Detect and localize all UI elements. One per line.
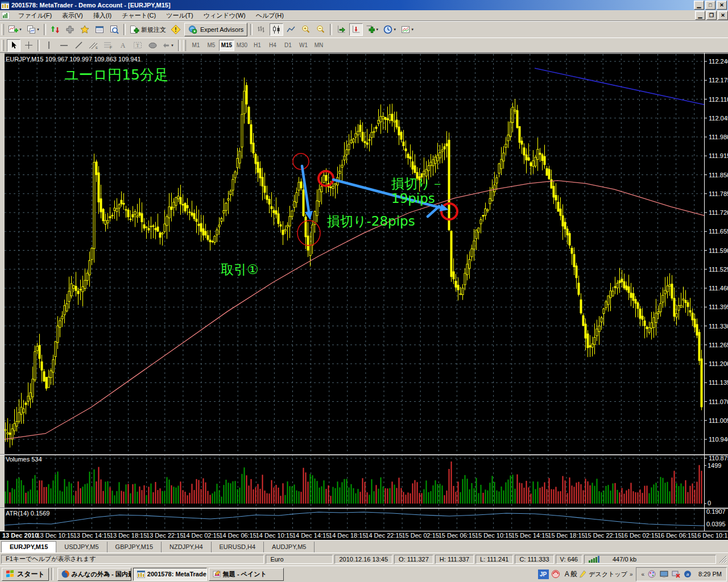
period-m5-button[interactable]: M5 (204, 40, 219, 51)
vertical-line-button[interactable] (42, 39, 56, 52)
new-chart-button[interactable]: ▼ (7, 23, 24, 36)
toolbar-grip[interactable] (183, 40, 186, 51)
svg-text:14 Dec 06:15: 14 Dec 06:15 (219, 532, 256, 539)
periods-button[interactable]: ▼ (382, 23, 398, 36)
zoom-in-button[interactable] (299, 23, 313, 36)
ime-mode-indicator[interactable]: A 般 (565, 569, 578, 579)
mdi-minimize-button[interactable]: ▁ (695, 11, 705, 20)
tray-disconnected-icon[interactable] (672, 570, 680, 578)
svg-text:A: A (121, 41, 126, 49)
tester-button[interactable] (107, 23, 121, 36)
tray-app-icon[interactable] (551, 569, 560, 579)
chart-shift-button[interactable] (349, 23, 363, 36)
resize-grip[interactable] (719, 555, 727, 563)
maximize-button[interactable]: □ (705, 1, 715, 10)
menu-view[interactable]: 表示(V) (57, 10, 88, 21)
templates-button[interactable]: ▼ (399, 23, 416, 36)
menu-help[interactable]: ヘルプ(H) (251, 10, 289, 21)
menu-window[interactable]: ウィンドウ(W) (198, 10, 251, 21)
chevron-left-icon[interactable]: « (641, 571, 644, 577)
svg-text:0: 0 (708, 500, 711, 506)
pen-icon[interactable] (580, 570, 586, 578)
candlestick-button[interactable] (270, 23, 283, 36)
chevron-right-icon[interactable]: » (630, 571, 633, 577)
chart-tabs-bar: EURJPY,M15 USDJPY,M5 GBPJPY,M15 NZDJPY,H… (0, 540, 728, 552)
svg-text:0.0395: 0.0395 (706, 521, 726, 527)
profiles-button[interactable]: ▼ (25, 23, 42, 36)
period-w1-button[interactable]: W1 (296, 40, 311, 51)
data-window-button[interactable] (63, 23, 77, 36)
svg-text:15 Dec 22:15: 15 Dec 22:15 (584, 532, 621, 539)
horizontal-line-button[interactable] (57, 39, 71, 52)
task-metatrader[interactable]: 2001578: MetaTrade... (133, 568, 207, 581)
minimize-button[interactable]: ▁ (694, 1, 704, 10)
svg-text:110.940: 110.940 (709, 436, 728, 443)
crosshair-button[interactable] (22, 39, 35, 52)
status-connection-panel: 447/0 kb (584, 555, 716, 564)
paint-icon (213, 570, 221, 578)
period-d1-button[interactable]: D1 (280, 40, 296, 51)
price-chart[interactable]: 112.240112.175112.110112.045111.980111.9… (0, 53, 728, 540)
mdi-restore-button[interactable]: ❐ (706, 11, 717, 20)
channel-button[interactable]: E (86, 39, 100, 52)
zoom-out-button[interactable] (314, 23, 328, 36)
expert-advisors-button[interactable]: Expert Advisors (184, 23, 247, 36)
terminal-button[interactable] (93, 23, 106, 36)
ime-jp-icon[interactable]: JP (538, 569, 549, 579)
svg-text:15 Dec 10:15: 15 Dec 10:15 (475, 532, 512, 539)
cursor-button[interactable] (7, 39, 20, 52)
period-h1-button[interactable]: H1 (250, 40, 265, 51)
chart-tab-nzdjpy-h4[interactable]: NZDJPY,H4 (162, 542, 211, 552)
bar-chart-button[interactable] (255, 23, 268, 36)
toolbar-grip[interactable] (1, 24, 4, 35)
auto-scroll-button[interactable] (334, 23, 348, 36)
shapes-button[interactable]: ▼ (160, 39, 176, 52)
chart-area[interactable]: 112.240112.175112.110112.045111.980111.9… (0, 53, 728, 540)
svg-text:F: F (110, 45, 112, 49)
chart-tab-usdjpy-m5[interactable]: USDJPY,M5 (56, 542, 107, 552)
task-firefox[interactable]: みんなの外為 - 国内最.. (57, 568, 131, 581)
new-order-button[interactable]: 新規注文 (128, 23, 168, 36)
svg-text:111.590: 111.590 (709, 247, 728, 254)
tray-palette-icon[interactable] (648, 570, 656, 578)
navigator-button[interactable] (78, 23, 92, 36)
ellipse-button[interactable] (146, 39, 159, 52)
period-mn-button[interactable]: MN (311, 40, 326, 51)
chart-tab-eurusd-h4[interactable]: EURUSD,H4 (212, 542, 264, 552)
close-button[interactable]: ✕ (717, 1, 727, 10)
svg-text:13 Dec 10:15: 13 Dec 10:15 (36, 532, 73, 539)
menu-insert[interactable]: 挿入(I) (88, 10, 117, 21)
svg-text:15 Dec 02:15: 15 Dec 02:15 (402, 532, 439, 539)
desktop-toolbar-label[interactable]: デスクトップ (589, 570, 627, 579)
menu-tools[interactable]: ツール(T) (161, 10, 198, 21)
menu-chart[interactable]: チャート(C) (117, 10, 161, 21)
tray-display-icon[interactable] (660, 571, 668, 578)
menu-file[interactable]: ファイル(F) (13, 10, 57, 21)
text-button[interactable]: A (116, 39, 130, 52)
label-button[interactable]: T (131, 39, 144, 52)
fibonacci-button[interactable]: F (101, 39, 115, 52)
chart-tab-gbpjpy-m15[interactable]: GBPJPY,M15 (107, 542, 162, 552)
market-watch-button[interactable] (48, 23, 62, 36)
toolbar-grip[interactable] (1, 40, 4, 51)
period-m30-button[interactable]: M30 (234, 40, 250, 51)
period-h4-button[interactable]: H4 (265, 40, 280, 51)
task-paint[interactable]: 無題 - ペイント (209, 568, 284, 581)
svg-text:111.980: 111.980 (709, 134, 728, 140)
tray-update-icon[interactable]: a (684, 570, 692, 578)
start-icon (6, 570, 15, 578)
svg-text:14 Dec 18:15: 14 Dec 18:15 (329, 532, 366, 539)
period-m15-button[interactable]: M15 (219, 40, 234, 51)
chart-tab-audjpy-m5[interactable]: AUDJPY,M5 (264, 542, 315, 552)
taskbar-clock[interactable]: 8:29 PM (698, 571, 722, 577)
mdi-close-button[interactable]: ✕ (718, 11, 728, 20)
expert-advisors-label: Expert Advisors (200, 26, 243, 33)
start-button[interactable]: スタート (2, 568, 49, 581)
metaeditor-button[interactable]: ! (169, 23, 183, 36)
trendline-button[interactable] (72, 39, 85, 52)
line-chart-button[interactable] (284, 23, 298, 36)
chart-tab-eurjpy-m15[interactable]: EURJPY,M15 (1, 541, 56, 552)
period-m1-button[interactable]: M1 (188, 40, 204, 51)
indicators-button[interactable]: ▼ (364, 23, 380, 36)
app-icon (1, 2, 9, 9)
